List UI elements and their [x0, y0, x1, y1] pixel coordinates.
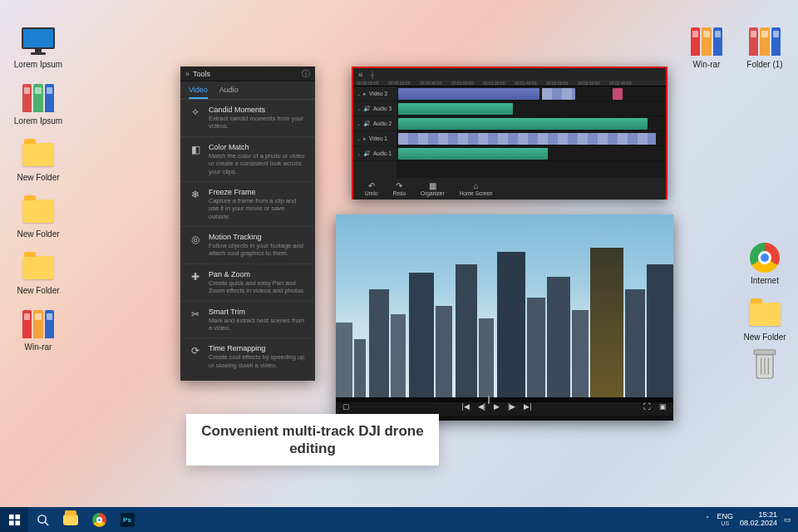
- preview-viewport: [336, 214, 673, 397]
- track-area[interactable]: [397, 86, 666, 178]
- timeline-home-screen-button[interactable]: ⌂Home Screen: [460, 182, 493, 196]
- clip[interactable]: [398, 103, 513, 115]
- tray-clock[interactable]: 15:21 08.02.2024: [740, 511, 777, 528]
- track-row[interactable]: [397, 146, 666, 161]
- ruler-tick: 00:02:20:00: [578, 81, 599, 86]
- play-icon[interactable]: ▶: [494, 402, 500, 411]
- desktop-icon-binder[interactable]: Win-rar: [682, 25, 732, 69]
- tools-title: Tools: [193, 70, 302, 78]
- tool-item[interactable]: ◎Motion TrackingFollow objects in your f…: [180, 227, 315, 264]
- tool-item[interactable]: ❄Freeze FrameCapture a frame from a clip…: [180, 182, 315, 227]
- next-clip-icon[interactable]: ▶|: [524, 402, 531, 411]
- timeline-back-icon[interactable]: «: [358, 70, 363, 79]
- track-row[interactable]: [397, 131, 666, 146]
- taskbar-photoshop-icon[interactable]: Ps: [113, 507, 141, 532]
- track-label[interactable]: ⌄▸Video 1: [353, 131, 397, 146]
- track-row[interactable]: [397, 86, 666, 101]
- track-row[interactable]: [397, 116, 666, 131]
- tool-title: Time Remapping: [209, 344, 307, 352]
- svg-line-10: [45, 522, 48, 525]
- track-labels: ⌄▸Video 3⌄🔊Audio 3⌄🔊Audio 2⌄▸Video 1⌄🔊Au…: [353, 86, 397, 178]
- desktop-icon-monitor[interactable]: Lorem Ipsum: [13, 25, 63, 69]
- clip[interactable]: [542, 88, 575, 100]
- chevron-down-icon: ⌄: [357, 150, 361, 156]
- track-label[interactable]: ⌄🔊Audio 2: [353, 116, 397, 131]
- timeline-bottom-toolbar: ↶Undo↷Redo▦Organizer⌂Home Screen: [353, 178, 666, 200]
- desktop-icon-folder[interactable]: New Folder: [13, 251, 63, 295]
- help-icon[interactable]: ⓘ: [302, 68, 310, 80]
- clip[interactable]: [398, 118, 648, 130]
- desktop-icon-folder[interactable]: New Folder: [13, 195, 63, 239]
- timeline-organizer-button[interactable]: ▦Organizer: [421, 182, 445, 196]
- desktop-icon-label: Lorem Ipsum: [14, 60, 62, 69]
- taskbar: Ps ˄ ENG US 15:21 08.02.2024 ▭: [0, 507, 798, 532]
- tool-desc: Extract candid moments from your videos.: [209, 115, 307, 131]
- tool-desc: Create cool effects by speeding up or sl…: [209, 353, 307, 369]
- binder-icon: [20, 308, 57, 341]
- binder-icon: [688, 25, 725, 58]
- ruler-tick: 00:01:20:00: [483, 81, 505, 86]
- preview-scrubber[interactable]: [336, 397, 673, 402]
- prev-clip-icon[interactable]: |◀: [461, 402, 469, 411]
- desktop-icon-binder[interactable]: Folder (1): [740, 25, 790, 69]
- desktop-icon-label: New Folder: [17, 173, 59, 182]
- search-icon[interactable]: [28, 507, 57, 532]
- svg-rect-6: [15, 514, 20, 519]
- desktop-icon-folder[interactable]: New Folder: [740, 298, 790, 342]
- svg-point-9: [37, 515, 45, 522]
- desktop-icon-label: Folder (1): [746, 60, 782, 69]
- track-label[interactable]: ⌄🔊Audio 1: [353, 146, 397, 161]
- desktop-icon-binder[interactable]: Win-rar: [13, 308, 63, 352]
- ruler-tick: 00:01:00:00: [451, 81, 473, 86]
- desktop-icon-trash[interactable]: [740, 349, 790, 384]
- clip[interactable]: [398, 133, 656, 145]
- tool-item[interactable]: ⟳Time RemappingCreate cool effects by sp…: [180, 338, 315, 375]
- desktop-icon-folder[interactable]: New Folder: [13, 138, 63, 182]
- desktop-icon-label: New Folder: [17, 229, 59, 239]
- tool-item[interactable]: ✚Pan & ZoomCreate quick and easy Pan and…: [180, 264, 315, 302]
- timeline-undo-button[interactable]: ↶Undo: [365, 182, 378, 196]
- tool-icon: ❄: [189, 188, 202, 201]
- timeline-redo-button[interactable]: ↷Redo: [393, 182, 406, 196]
- speaker-icon: ▸: [363, 135, 367, 142]
- folder-icon: [20, 251, 57, 284]
- tool-icon: ✚: [189, 270, 202, 283]
- timeline-ruler[interactable]: 00:00:00:0000:00:20:0000:00:40:0000:01:0…: [353, 80, 666, 86]
- desktop-icon-chrome[interactable]: Internet: [740, 241, 790, 285]
- tool-item[interactable]: ✂Smart TrimMark and extract best scenes …: [180, 302, 315, 339]
- tray-notifications-icon[interactable]: ▭: [784, 515, 791, 524]
- desktop-icon-label: Internet: [751, 276, 779, 285]
- tab-audio[interactable]: Audio: [219, 86, 239, 99]
- taskbar-explorer-icon[interactable]: [57, 507, 85, 532]
- clip[interactable]: [398, 148, 548, 160]
- track-row[interactable]: [397, 101, 666, 116]
- step-back-icon[interactable]: ◀|: [478, 402, 485, 411]
- svg-rect-8: [15, 520, 20, 525]
- fullscreen-icon[interactable]: ⛶: [643, 402, 651, 411]
- start-button[interactable]: [0, 507, 28, 532]
- tray-language[interactable]: ENG: [717, 513, 733, 520]
- step-fwd-icon[interactable]: |▶: [508, 402, 515, 411]
- tab-video[interactable]: Video: [189, 86, 208, 99]
- taskbar-chrome-icon[interactable]: [85, 507, 113, 532]
- tool-item[interactable]: ◧Color MatchMatch the color of a photo o…: [180, 137, 315, 182]
- tool-title: Smart Trim: [209, 308, 307, 316]
- tray-chevron-icon[interactable]: ˄: [706, 515, 710, 524]
- timeline-toolbar: « ⟊: [353, 68, 666, 80]
- timeline-marker-icon[interactable]: ⟊: [370, 70, 375, 79]
- tool-item[interactable]: ✧Candid MomentsExtract candid moments fr…: [180, 100, 315, 137]
- binder-icon: [20, 81, 57, 115]
- safe-zone-icon[interactable]: ▣: [659, 402, 667, 411]
- clip-mode-icon[interactable]: ▢: [342, 402, 350, 411]
- track-label[interactable]: ⌄▸Video 3: [353, 86, 397, 101]
- ruler-tick: 00:02:40:00: [609, 81, 631, 86]
- clip[interactable]: [398, 88, 539, 100]
- ruler-tick: 00:02:00:00: [546, 81, 568, 86]
- ruler-tick: 00:00:00:00: [357, 81, 378, 86]
- binder-icon: [746, 25, 783, 58]
- caption: Convenient multi-track DJI drone editing: [186, 414, 439, 466]
- transition-clip[interactable]: [613, 88, 623, 100]
- track-label[interactable]: ⌄🔊Audio 3: [353, 101, 397, 116]
- desktop-icon-binder[interactable]: Lorem Ipsum: [13, 81, 63, 126]
- tool-icon: ✂: [189, 308, 202, 321]
